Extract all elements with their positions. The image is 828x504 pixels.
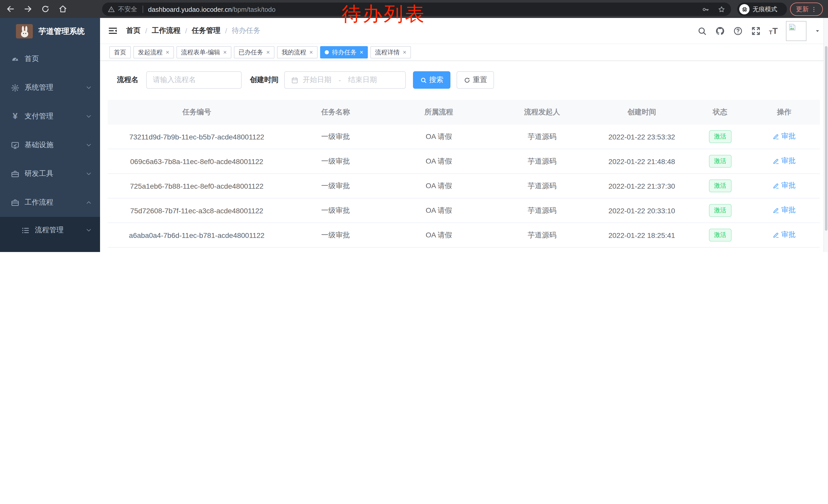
- sidebar-item-5[interactable]: 工作流程: [0, 188, 100, 217]
- cell-starter: 芋道源码: [492, 132, 592, 141]
- cell-task-id: a6aba0a4-7b6d-11ec-b781-acde48001122: [108, 231, 286, 239]
- tab-label: 发起流程: [138, 48, 163, 57]
- sidebar-item-label: 首页: [25, 54, 39, 63]
- chevron-down-icon: [86, 227, 92, 233]
- page-scrollbar[interactable]: [823, 18, 828, 252]
- cell-process: OA 请假: [385, 230, 492, 240]
- home-icon[interactable]: [58, 5, 67, 13]
- cell-task-id: 73211d9d-7b9b-11ec-b5b7-acde48001122: [108, 133, 286, 141]
- column-header-3: 流程发起人: [492, 108, 592, 117]
- sidebar-item-label: 基础设施: [25, 140, 53, 150]
- tab-close-icon[interactable]: ×: [360, 49, 363, 55]
- chevron-down-icon: [86, 85, 92, 91]
- pencil-icon: [773, 207, 779, 214]
- browser-toolbar: 不安全 dashboard.yudao.iocoder.cn/bpm/task/…: [0, 0, 828, 18]
- sidebar-item-6[interactable]: 流程管理: [0, 217, 100, 243]
- fullscreen-icon[interactable]: [751, 26, 761, 36]
- avatar[interactable]: [786, 21, 806, 41]
- tab-4[interactable]: 我的流程×: [277, 46, 318, 58]
- scrollbar-thumb[interactable]: [825, 46, 827, 231]
- sidebar-item-7[interactable]: 任务管理: [0, 243, 100, 252]
- sidebar-item-3[interactable]: 基础设施: [0, 131, 100, 159]
- cell-action: 审批: [748, 156, 820, 166]
- chevron-down-icon: [86, 113, 92, 120]
- sidebar-item-1[interactable]: 系统管理: [0, 73, 100, 102]
- app-logo[interactable]: 芋道管理系统: [0, 18, 100, 45]
- incognito-icon: [739, 4, 749, 14]
- sidebar-item-0[interactable]: 首页: [0, 45, 100, 73]
- update-label: 更新: [796, 5, 809, 13]
- reload-icon[interactable]: [41, 5, 50, 13]
- help-icon[interactable]: [733, 26, 743, 36]
- main-area: 首页/工作流程/任务管理/待办任务 TT 首页发起流程×流程表单-编辑×已办任务…: [100, 18, 828, 252]
- tab-1[interactable]: 发起流程×: [133, 46, 174, 58]
- collapse-sidebar-icon[interactable]: [108, 26, 118, 36]
- pencil-icon: [773, 158, 779, 165]
- cell-task-id: 725a1eb6-7b88-11ec-8ef0-acde48001122: [108, 182, 286, 190]
- breadcrumb-item-3: 待办任务: [232, 26, 260, 35]
- tab-close-icon[interactable]: ×: [266, 49, 270, 55]
- gear-icon: [11, 83, 19, 92]
- approve-link[interactable]: 审批: [773, 230, 796, 240]
- process-name-input[interactable]: 请输入流程名: [146, 71, 242, 89]
- approve-link[interactable]: 审批: [773, 181, 796, 190]
- tab-close-icon[interactable]: ×: [166, 49, 169, 55]
- search-icon[interactable]: [697, 26, 707, 36]
- cell-status: 激活: [692, 204, 748, 217]
- toolbox-icon: [11, 170, 19, 178]
- table-row-3: 75d72608-7b7f-11ec-a3c8-acde48001122一级审批…: [108, 198, 820, 223]
- browser-update-button[interactable]: 更新: [790, 3, 823, 16]
- tab-5[interactable]: 待办任务×: [320, 46, 368, 58]
- search-button[interactable]: 搜索: [413, 71, 450, 89]
- sidebar-item-label: 流程管理: [35, 226, 64, 235]
- password-key-icon[interactable]: [702, 5, 709, 13]
- back-icon[interactable]: [6, 5, 15, 13]
- date-range-input[interactable]: 开始日期 - 结束日期: [284, 71, 406, 89]
- tab-close-icon[interactable]: ×: [223, 49, 227, 55]
- menu-dots-icon[interactable]: [810, 6, 817, 12]
- breadcrumb-item-0[interactable]: 首页: [126, 26, 140, 35]
- create-time-label: 创建时间: [250, 75, 279, 85]
- cell-action: 审批: [748, 181, 820, 191]
- status-badge: 激活: [709, 204, 731, 217]
- avatar-caret-icon[interactable]: [815, 28, 820, 34]
- tab-0[interactable]: 首页: [109, 46, 131, 58]
- tab-3[interactable]: 已办任务×: [234, 46, 275, 58]
- tab-label: 流程详情: [375, 48, 400, 57]
- tab-close-icon[interactable]: ×: [309, 49, 313, 55]
- url-divider: [142, 6, 143, 13]
- github-icon[interactable]: [715, 26, 725, 36]
- pencil-icon: [773, 183, 779, 189]
- column-header-1: 任务名称: [286, 108, 385, 117]
- tab-6[interactable]: 流程详情×: [370, 46, 411, 58]
- breadcrumb-item-1[interactable]: 工作流程: [152, 26, 180, 35]
- date-range-separator: -: [339, 76, 341, 84]
- cell-starter: 芋道源码: [492, 181, 592, 190]
- filter-bar: 流程名 请输入流程名 创建时间 开始日期 - 结束日期 搜索: [108, 71, 820, 89]
- tab-label: 首页: [114, 48, 126, 57]
- status-badge: 激活: [709, 229, 731, 241]
- navbar-tools: TT: [697, 21, 820, 41]
- cell-action: 审批: [748, 230, 820, 240]
- approve-link[interactable]: 审批: [773, 132, 796, 141]
- dashboard-icon: [11, 55, 19, 63]
- refresh-icon: [463, 77, 470, 83]
- status-badge: 激活: [709, 179, 731, 192]
- cell-create-time: 2022-01-22 23:53:32: [592, 133, 692, 141]
- table-row-5: 8f0d1619-7ac8-11ec-a9e2-a2380e71991a1.2测…: [108, 248, 820, 252]
- forward-icon[interactable]: [24, 5, 32, 13]
- approve-link[interactable]: 审批: [773, 156, 796, 166]
- sidebar-item-4[interactable]: 研发工具: [0, 159, 100, 188]
- reset-button[interactable]: 重置: [457, 71, 494, 89]
- breadcrumb-item-2[interactable]: 任务管理: [192, 26, 220, 35]
- tab-close-icon[interactable]: ×: [403, 49, 406, 55]
- bookmark-star-icon[interactable]: [718, 5, 726, 13]
- approve-link[interactable]: 审批: [773, 206, 796, 215]
- url-bar[interactable]: 不安全 dashboard.yudao.iocoder.cn/bpm/task/…: [102, 3, 731, 16]
- app-frame: 芋道管理系统 首页系统管理¥支付管理基础设施研发工具工作流程流程管理任务管理我的…: [0, 18, 828, 252]
- font-size-icon[interactable]: TT: [769, 27, 778, 35]
- sidebar-item-2[interactable]: ¥支付管理: [0, 102, 100, 131]
- security-label: 不安全: [118, 5, 137, 13]
- tab-2[interactable]: 流程表单-编辑×: [176, 46, 232, 58]
- column-header-2: 所属流程: [385, 108, 492, 117]
